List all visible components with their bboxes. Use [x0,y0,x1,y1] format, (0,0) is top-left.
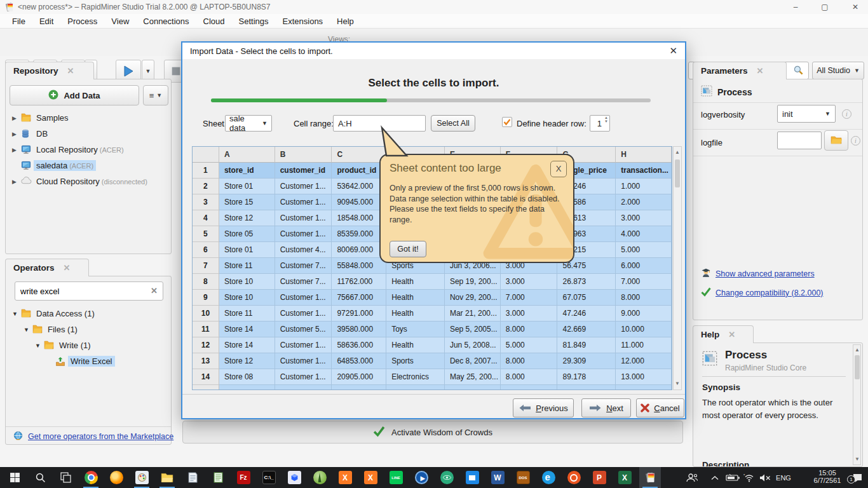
battery-icon[interactable] [723,467,742,488]
close-icon[interactable]: ✕ [67,66,74,76]
menu-connections[interactable]: Connections [136,17,196,26]
got-it-button[interactable]: Got it! [390,241,426,257]
wisdom-of-crowds-bar[interactable]: Activate Wisdom of Crowds [182,421,683,444]
info-icon[interactable]: i [842,109,851,119]
menu-edit[interactable]: Edit [32,17,60,26]
repository-panel-tab[interactable]: Repository ✕ [5,62,94,79]
dialog-close-icon[interactable]: ✕ [669,45,677,57]
scroll-thumb[interactable] [675,159,680,187]
repository-item-saledata[interactable]: saledata(ACER) [12,158,96,173]
menu-settings[interactable]: Settings [232,17,276,26]
scroll-down-icon[interactable]: ▼ [853,455,861,464]
taskbar-dosbox-icon[interactable]: DOS [512,467,534,488]
close-button[interactable]: ✕ [843,0,868,14]
chevron-right-icon[interactable]: ▶ [12,115,21,121]
close-icon[interactable]: ✕ [757,66,764,76]
repository-item-db[interactable]: ▶DB [12,126,50,142]
chevron-down-icon[interactable]: ▼ [12,311,21,317]
chevron-down-icon[interactable]: ▼ [35,342,44,349]
taskbar-line-icon[interactable]: LINE [385,467,407,488]
operator-item-files-1-[interactable]: ▼Files (1) [24,322,80,337]
scroll-down-icon[interactable]: ▼ [674,379,681,388]
show-advanced-parameters-link[interactable]: Show advanced parameters [715,269,815,278]
next-button[interactable]: Next [581,398,631,417]
operator-search-input[interactable] [15,281,163,301]
taskbar-green-atom-app-icon[interactable] [436,467,458,488]
taskbar-filezilla-icon[interactable]: Fz [233,467,254,488]
operator-item-data-access-1-[interactable]: ▼Data Access (1) [12,306,97,322]
notification-center-icon[interactable]: 1 [846,467,868,488]
chevron-up-icon[interactable] [707,467,723,488]
menu-extensions[interactable]: Extensions [276,17,330,26]
maximize-button[interactable]: ▢ [812,0,837,14]
taskbar-xampp-2-icon[interactable]: X [360,467,381,488]
info-icon[interactable]: i [851,136,860,146]
language-indicator[interactable]: ENG [773,467,794,488]
taskbar-virtualbox-icon[interactable] [283,467,305,488]
taskbar-ubuntu-icon[interactable] [563,467,585,488]
table-scrollbar[interactable]: ▲ ▼ [673,146,682,390]
taskbar-task-view-icon[interactable] [55,467,76,488]
taskbar-word-icon[interactable]: W [487,467,508,488]
taskbar-file-explorer-icon[interactable] [156,467,178,488]
search-scope-dropdown[interactable]: All Studio ▼ [812,62,864,79]
spinner-arrows-icon[interactable]: ▲▼ [604,116,608,123]
close-icon[interactable]: ✕ [728,330,735,339]
menu-help[interactable]: Help [330,17,361,26]
wifi-icon[interactable]: * [741,467,757,488]
clock[interactable]: 15:05 6/7/2561 [808,469,846,484]
operator-item-write-1-[interactable]: ▼Write (1) [35,337,93,353]
clear-search-icon[interactable]: ✕ [151,286,158,295]
taskbar-excel-icon[interactable]: X [614,467,635,488]
help-panel-tab[interactable]: Help ✕ [693,325,754,343]
taskbar-edge-icon[interactable]: e [538,467,559,488]
select-all-button[interactable]: Select All [431,115,475,132]
menu-process[interactable]: Process [60,17,104,26]
help-scrollbar[interactable]: ▲ ▼ [853,344,861,465]
tooltip-close-button[interactable]: X [550,161,567,177]
taskbar-blue-monitor-app-icon[interactable] [461,467,483,488]
parameters-panel-tab[interactable]: Parameters ✕ [693,62,787,79]
taskbar-windows-start-icon[interactable] [4,467,25,488]
chevron-right-icon[interactable]: ▶ [12,147,21,153]
scroll-thumb[interactable] [855,355,860,379]
taskbar-command-prompt-icon[interactable]: C:\_ [258,467,280,488]
sheet-dropdown[interactable]: sale data ▼ [225,115,272,132]
close-icon[interactable]: ✕ [64,263,71,273]
taskbar-android-studio-icon[interactable] [309,467,330,488]
repository-item-samples[interactable]: ▶Samples [12,110,71,126]
taskbar-powerpoint-icon[interactable]: P [588,467,610,488]
change-compatibility-link[interactable]: Change compatibility (8.2.000) [715,288,824,297]
repository-item-local-repository[interactable]: ▶Local Repository(ACER) [12,142,126,158]
header-row-checkbox[interactable] [502,117,512,127]
scroll-up-icon[interactable]: ▲ [674,148,681,157]
operator-item-write-excel[interactable]: Write Excel [46,353,115,369]
cancel-button[interactable]: Cancel [636,398,684,417]
volume-muted-icon[interactable] [756,467,774,488]
add-data-button[interactable]: Add Data [10,85,139,105]
menu-file[interactable]: File [5,17,32,26]
taskbar-kmplayer-icon[interactable]: ▶ [410,467,432,488]
menu-cloud[interactable]: Cloud [196,17,232,26]
taskbar-notepad-plus-plus-icon[interactable] [207,467,229,488]
logfile-browse-button[interactable] [824,130,848,151]
logverbosity-dropdown[interactable]: init ▼ [777,105,836,123]
chevron-right-icon[interactable]: ▶ [12,179,21,185]
menu-view[interactable]: View [104,17,136,26]
taskbar-search-icon[interactable] [29,467,51,488]
chevron-down-icon[interactable]: ▼ [24,327,32,333]
taskbar-chrome-icon[interactable] [80,467,102,488]
minimize-button[interactable]: – [783,0,808,14]
chevron-right-icon[interactable]: ▶ [12,131,21,137]
people-icon[interactable] [681,467,703,488]
repository-menu-button[interactable]: ≡ ▼ [143,85,168,105]
repository-item-cloud-repository[interactable]: ▶Cloud Repository(disconnected) [12,173,150,189]
taskbar-firefox-icon[interactable] [105,467,127,488]
taskbar-rapidminer-icon[interactable] [639,467,661,488]
previous-button[interactable]: Previous [513,398,574,417]
logfile-input[interactable] [777,132,822,149]
taskbar-notepad-icon[interactable] [182,467,203,488]
marketplace-link[interactable]: Get more operators from the Marketplace [28,432,173,441]
taskbar-xampp-icon[interactable]: X [334,467,356,488]
scroll-up-icon[interactable]: ▲ [853,346,861,355]
